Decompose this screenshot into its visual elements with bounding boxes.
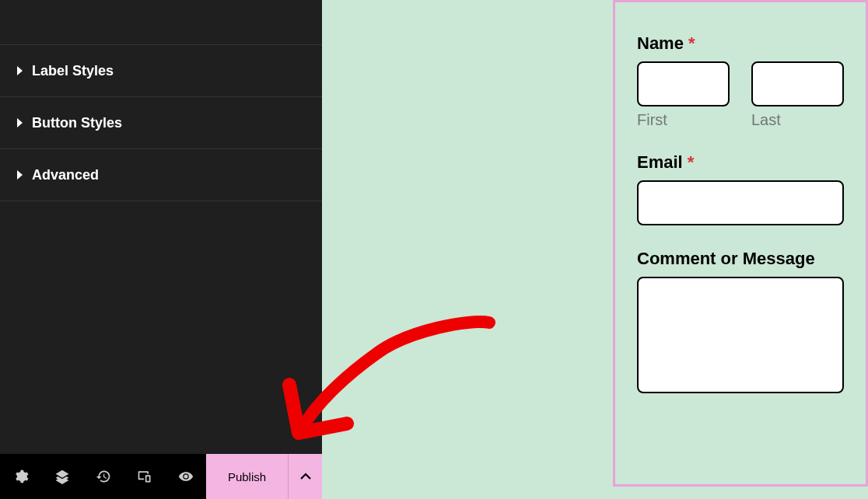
name-field-row: First Last xyxy=(637,61,844,129)
name-label: Name * xyxy=(637,33,844,54)
message-textarea[interactable] xyxy=(637,277,844,393)
settings-button[interactable] xyxy=(0,454,41,499)
required-asterisk: * xyxy=(688,152,695,172)
preview-canvas[interactable]: Name * First Last Email * Comment or Mes… xyxy=(322,0,868,499)
last-name-input[interactable] xyxy=(751,61,844,106)
history-icon xyxy=(96,469,111,484)
email-label: Email * xyxy=(637,152,844,173)
chevron-up-icon xyxy=(300,471,311,482)
panel-button-styles[interactable]: Button Styles xyxy=(0,97,322,149)
required-asterisk: * xyxy=(688,33,695,53)
message-label: Comment or Message xyxy=(637,249,844,269)
caret-right-icon xyxy=(17,118,23,127)
last-name-col: Last xyxy=(751,61,844,129)
panel-label: Button Styles xyxy=(32,115,122,131)
panel-label: Advanced xyxy=(32,167,99,183)
layers-icon xyxy=(54,469,70,484)
gear-icon xyxy=(13,469,29,484)
publish-options-button[interactable] xyxy=(288,454,322,499)
responsive-button[interactable] xyxy=(124,454,165,499)
editor-bottom-bar: Publish xyxy=(0,454,322,499)
first-name-input[interactable] xyxy=(637,61,730,106)
responsive-icon xyxy=(137,469,152,484)
email-input[interactable] xyxy=(637,180,844,225)
eye-icon xyxy=(178,469,194,484)
sidebar-panels: Label Styles Button Styles Advanced xyxy=(0,0,322,454)
panel-label: Label Styles xyxy=(32,63,114,79)
panel-label-styles[interactable]: Label Styles xyxy=(0,45,322,97)
editor-sidebar: Label Styles Button Styles Advanced xyxy=(0,0,322,499)
first-sublabel: First xyxy=(637,111,730,129)
publish-button[interactable]: Publish xyxy=(206,454,288,499)
history-button[interactable] xyxy=(82,454,124,499)
preview-button[interactable] xyxy=(165,454,206,499)
email-label-text: Email xyxy=(637,152,683,172)
panel-advanced[interactable]: Advanced xyxy=(0,149,322,201)
caret-right-icon xyxy=(17,170,23,180)
publish-label: Publish xyxy=(228,470,266,483)
first-name-col: First xyxy=(637,61,730,129)
sidebar-header-spacer xyxy=(0,0,322,45)
navigator-button[interactable] xyxy=(41,454,82,499)
caret-right-icon xyxy=(17,66,23,75)
form-widget[interactable]: Name * First Last Email * Comment or Mes… xyxy=(613,0,868,487)
name-label-text: Name xyxy=(637,33,684,53)
last-sublabel: Last xyxy=(751,111,844,129)
